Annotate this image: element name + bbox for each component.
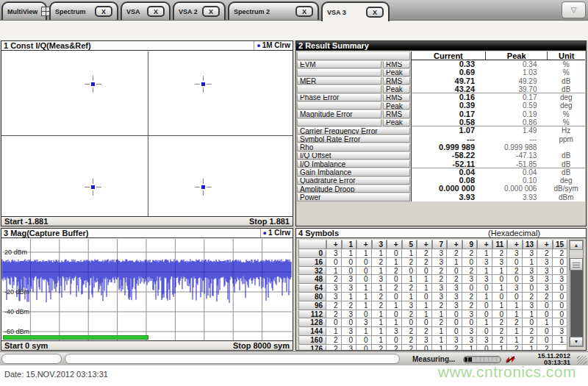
symbol-value-cell: 2 — [417, 327, 432, 336]
peak-value-cell: 3.93 — [485, 193, 547, 201]
tab-vsa-2[interactable]: VSA 2X — [173, 1, 226, 20]
result-row-mer: MERRMS49.7149.29dB — [296, 77, 585, 85]
scrollbar-down-button[interactable]: ▼ — [570, 337, 583, 346]
symbols-titlebar[interactable]: 4 Symbols (Hexadecimal) — [296, 229, 586, 238]
peak-value-cell: 0.34 — [485, 60, 547, 68]
peak-value-cell: 0.10 — [485, 176, 547, 185]
symbol-value-cell: 0 — [447, 318, 462, 327]
scrollbar-thumb[interactable] — [570, 258, 583, 271]
symbol-value-cell: 0 — [462, 318, 478, 327]
statusbar-panel-message — [65, 354, 400, 364]
const-window-titlebar[interactable]: 1 Const I/Q(Meas&Ref) ● 1M Clrw — [1, 41, 293, 51]
resize-grip-icon[interactable] — [577, 356, 587, 365]
result-row-sub: Peak0.580.86% — [296, 118, 585, 126]
result-row-sub: Peak0.691.03% — [296, 68, 585, 76]
symbol-value-cell: 0 — [387, 293, 402, 301]
symbol-value-cell: 2 — [387, 284, 402, 293]
red-status-icon — [505, 356, 516, 363]
constellation-graph[interactable] — [1, 51, 293, 218]
peak-value-cell: 0.04 — [485, 168, 547, 176]
symbol-value-cell: 2 — [553, 249, 568, 258]
symbol-value-cell: 3 — [462, 336, 478, 345]
tab-multiview[interactable]: MultiView — [1, 1, 47, 20]
symbol-value-cell: 0 — [417, 267, 432, 276]
unit-cell: % — [547, 118, 585, 126]
symbol-value-cell: 2 — [372, 293, 387, 301]
progress-segment — [497, 357, 500, 362]
symbol-value-cell: 3 — [402, 301, 417, 310]
symbols-scrollbar[interactable]: ▲ ▼ — [569, 240, 584, 347]
symbol-value-cell: 1 — [447, 258, 462, 267]
tab-spectrum-2[interactable]: Spectrum 2X — [228, 1, 319, 20]
symbol-value-cell: 1 — [372, 318, 387, 327]
measuring-status: Measuring... — [412, 355, 455, 363]
mag-window-title: 3 Mag(Capture Buffer) — [4, 229, 89, 237]
tab-close-button[interactable]: X — [295, 6, 313, 17]
tab-label: VSA 3 — [327, 9, 346, 16]
symbol-value-cell: 0 — [402, 267, 417, 276]
crosshair-icon — [207, 84, 212, 85]
symbol-value-cell: 3 — [372, 275, 387, 284]
symbol-value-cell: 3 — [537, 267, 553, 276]
unit-cell: deg — [547, 93, 585, 101]
trace-legend-label: 1M Clrw — [262, 41, 290, 50]
scrollbar-track[interactable] — [570, 271, 583, 337]
progress-segment — [492, 357, 495, 362]
crosshair-icon — [207, 187, 212, 187]
symbol-value-cell: 0 — [507, 258, 523, 267]
peak-value-cell: 0.17 — [485, 93, 547, 101]
result-summary-titlebar[interactable]: 2 Result Summary — [296, 41, 586, 51]
symbol-value-cell: 0 — [537, 336, 553, 345]
param-sub-cell: RMS — [383, 110, 410, 118]
tab-close-button[interactable]: X — [366, 7, 384, 18]
symbol-address-cell: 48 — [298, 275, 326, 284]
mag-graph[interactable]: 20 dBm-20 dBm-40 dBm-60 dBm — [1, 239, 293, 341]
symbols-header-row: +1+3+5+7+9+11+13+15 — [298, 240, 567, 249]
param-sub-cell: RMS — [383, 94, 410, 101]
symbol-value-cell: 1 — [372, 327, 387, 336]
symbol-value-cell: 0 — [447, 267, 462, 276]
tab-close-button[interactable]: X — [202, 6, 220, 17]
symbol-value-cell: 3 — [417, 336, 432, 345]
unit-cell: % — [547, 110, 585, 118]
symbols-column-header: 3 — [372, 240, 387, 249]
symbol-value-cell: 1 — [356, 293, 372, 301]
symbol-value-cell: 1 — [477, 293, 492, 301]
symbol-value-cell: 0 — [342, 267, 357, 276]
symbol-value-cell: 3 — [447, 336, 462, 345]
symbol-value-cell: 2 — [432, 275, 448, 284]
crosshair-icon — [85, 84, 90, 85]
peak-value-cell: 0.86 — [485, 118, 547, 126]
symbols-column-header: 13 — [523, 240, 538, 249]
tab-vsa[interactable]: VSAX — [121, 1, 171, 20]
tab-close-button[interactable]: X — [95, 6, 112, 17]
param-name-cell: Symbol Rate Error — [297, 135, 410, 143]
param-name-cell: I/Q Imbalance — [297, 160, 410, 168]
symbol-value-cell: 1 — [356, 284, 372, 293]
tab-close-button[interactable]: X — [147, 6, 165, 17]
symbols-row-144: 1441311322103021203 — [298, 327, 567, 336]
unit-cell: dB — [547, 85, 585, 93]
window-mag-capture: 3 Mag(Capture Buffer) ● 1 Clrw 20 dBm-20… — [1, 228, 293, 351]
symbol-value-cell: 3 — [387, 327, 402, 336]
symbol-value-cell: 3 — [326, 284, 342, 293]
tab-vsa-3[interactable]: VSA 3X — [321, 1, 390, 21]
mag-window-titlebar[interactable]: 3 Mag(Capture Buffer) ● 1 Clrw — [1, 229, 293, 238]
symbol-value-cell: 2 — [326, 345, 342, 351]
symbols-column-header: + — [387, 240, 402, 249]
symbol-value-cell: 0 — [553, 301, 568, 310]
scrollbar-up-button[interactable]: ▲ — [570, 240, 583, 250]
symbol-value-cell: 3 — [462, 275, 478, 284]
result-row-magnitude-error: Magnitude ErrorRMS0.170.19% — [296, 110, 585, 118]
tab-spectrum[interactable]: SpectrumX — [49, 1, 118, 20]
symbol-value-cell: 1 — [432, 327, 448, 336]
symbol-value-cell: 0 — [342, 258, 357, 267]
result-summary-header-row: CurrentPeakUnit — [296, 51, 585, 60]
symbol-value-cell: 0 — [553, 267, 568, 276]
column-header-peak: Peak — [485, 51, 547, 60]
symbol-value-cell: 0 — [387, 249, 402, 258]
tab-overflow-button[interactable]: ▽ — [562, 1, 586, 18]
symbol-value-cell: 3 — [326, 293, 342, 301]
unit-cell: Hz — [547, 126, 585, 135]
symbol-value-cell: 1 — [507, 310, 523, 319]
